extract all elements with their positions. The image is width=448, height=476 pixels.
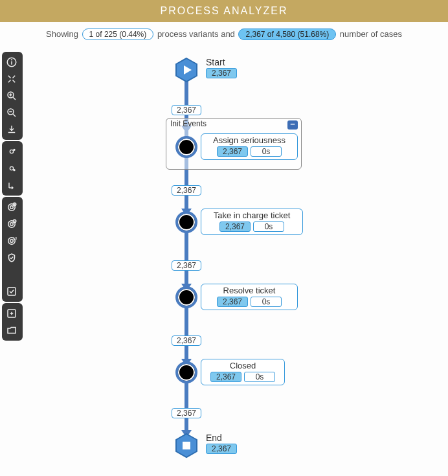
node-count: 2,367 [217, 146, 248, 157]
edge-label[interactable]: 2,367 [172, 185, 201, 196]
expand-node-button[interactable] [2, 143, 21, 160]
add-kpi-button[interactable] [2, 199, 21, 216]
svg-point-24 [10, 223, 14, 226]
node-resolve-ticket[interactable]: Resolve ticket 2,367 0s [201, 284, 298, 310]
subheader-mid: process variants and [157, 29, 235, 39]
svg-line-8 [13, 97, 16, 100]
edge-label[interactable]: 2,367 [172, 105, 201, 115]
node-count: 2,367 [210, 372, 241, 382]
node-closed[interactable]: Closed 2,367 0s [201, 359, 285, 385]
group-title: Init Events [170, 119, 207, 128]
process-canvas[interactable]: Start 2,367 2,367 Init Events − Assign s… [26, 45, 448, 476]
node-time: 0s [251, 297, 282, 307]
svg-rect-30 [8, 274, 10, 276]
fit-button[interactable] [2, 71, 21, 87]
svg-line-3 [8, 76, 11, 78]
svg-rect-32 [14, 274, 16, 276]
activity-icon [175, 211, 197, 233]
node-count: 2,367 [219, 221, 251, 232]
subheader: Showing 1 of 225 (0.44%) process variant… [0, 22, 448, 44]
node-count: 2,367 [217, 297, 248, 307]
remove-kpi-button[interactable] [2, 216, 21, 232]
zoom-in-button[interactable] [2, 87, 21, 104]
svg-line-4 [13, 76, 16, 78]
end-label: End [206, 433, 237, 443]
conformance-button[interactable] [2, 249, 21, 266]
svg-point-2 [12, 60, 12, 60]
end-node-icon[interactable] [174, 433, 199, 459]
page-header: PROCESS ANALYZER [0, 0, 448, 22]
svg-point-16 [10, 166, 13, 170]
node-title: Assign seriousness [201, 134, 297, 145]
toolgroup-analysis: 10 [2, 197, 23, 302]
node-time: 0s [244, 372, 275, 382]
svg-point-14 [10, 150, 13, 153]
svg-line-12 [13, 114, 16, 117]
simulation-button[interactable] [2, 266, 21, 283]
toolgroup-io [2, 303, 23, 341]
info-button[interactable] [2, 54, 21, 71]
svg-point-17 [14, 170, 15, 171]
group-collapse-button[interactable]: − [287, 120, 298, 130]
start-node-icon[interactable] [174, 57, 199, 83]
end-node[interactable]: End 2,367 [206, 433, 237, 454]
node-title: Resolve ticket [201, 284, 297, 295]
node-take-in-charge[interactable]: Take in charge ticket 2,367 0s [201, 209, 303, 235]
check-button[interactable] [2, 283, 21, 300]
orientation-button[interactable] [2, 177, 21, 194]
start-node[interactable]: Start 2,367 [206, 57, 237, 78]
edge-label[interactable]: 2,367 [172, 408, 201, 418]
node-time: 0s [253, 221, 284, 232]
svg-line-5 [8, 80, 11, 83]
subheader-tail: number of cases [340, 29, 402, 39]
variants-pill[interactable]: 1 of 225 (0.44%) [82, 28, 154, 40]
toolbar: 10 [2, 52, 23, 341]
node-title: Take in charge ticket [201, 209, 302, 220]
cases-pill[interactable]: 2,367 of 4,580 (51.68%) [238, 28, 336, 40]
svg-point-15 [14, 149, 15, 150]
svg-line-6 [13, 80, 16, 83]
activity-icon [175, 136, 197, 158]
toolgroup-view [2, 52, 23, 140]
node-time: 0s [251, 146, 282, 157]
end-count: 2,367 [206, 444, 237, 454]
svg-text:10: 10 [13, 236, 17, 240]
collapse-node-button[interactable] [2, 160, 21, 177]
save-button[interactable] [2, 305, 21, 322]
subheader-showing: Showing [46, 29, 78, 39]
svg-rect-33 [8, 288, 16, 295]
toolgroup-layout [2, 141, 23, 196]
activity-icon [175, 286, 197, 308]
activity-icon [175, 361, 197, 383]
open-button[interactable] [2, 322, 21, 339]
node-assign-seriousness[interactable]: Assign seriousness 2,367 0s [201, 133, 298, 160]
svg-rect-40 [183, 442, 190, 449]
filter-kpi-button[interactable]: 10 [2, 232, 21, 249]
svg-point-19 [10, 206, 14, 209]
svg-rect-31 [11, 274, 14, 276]
export-svg-button[interactable] [2, 121, 21, 138]
edge-label[interactable]: 2,367 [172, 335, 201, 346]
start-label: Start [206, 57, 237, 67]
node-title: Closed [201, 359, 284, 370]
zoom-out-button[interactable] [2, 104, 21, 121]
edge-label[interactable]: 2,367 [172, 260, 201, 271]
start-count: 2,367 [206, 68, 237, 78]
header-title: PROCESS ANALYZER [160, 5, 287, 16]
